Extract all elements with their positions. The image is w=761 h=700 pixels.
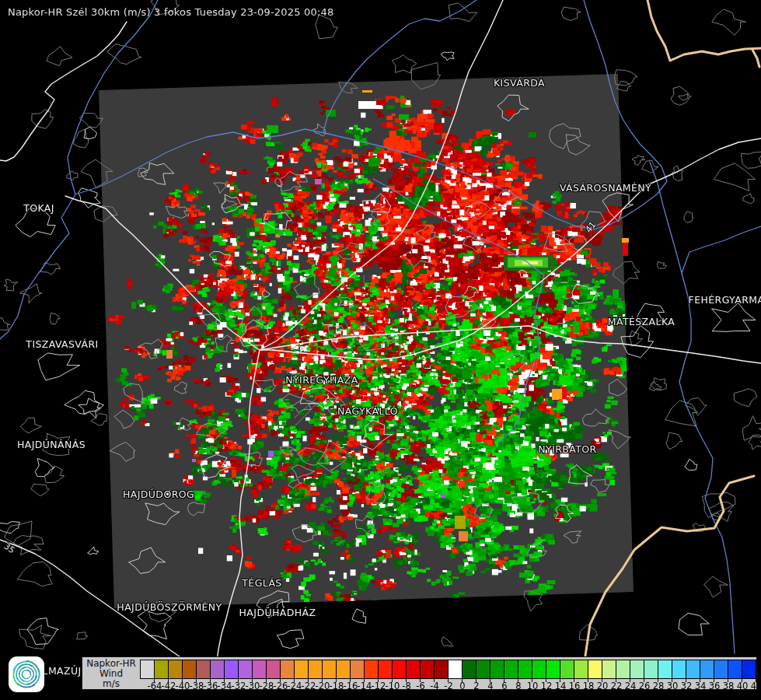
- legend-cell: -38: [182, 660, 196, 678]
- legend-cell: -12: [364, 660, 378, 678]
- legend-tick-label: -38: [190, 681, 204, 691]
- city-label-kisvarda: KISVÁRDA: [494, 77, 545, 89]
- legend-tick-label: 10: [527, 681, 539, 691]
- legend-tick-label: -12: [372, 681, 386, 691]
- legend-cell: -26: [266, 660, 280, 678]
- legend-tick-label: -64: [148, 681, 162, 691]
- legend-tick-label: 8: [515, 681, 521, 691]
- legend-cell: -2: [434, 660, 448, 678]
- city-label-nyiregyhaza: NYÍREGYHÁZA: [285, 374, 358, 386]
- city-label-tokaj: TOKAJ: [23, 202, 54, 214]
- legend-tick-label: -32: [232, 681, 246, 691]
- legend-cell: 40: [728, 660, 742, 678]
- legend-tick-label: -18: [330, 681, 344, 691]
- city-label-teglas: TÉGLÁS: [242, 577, 281, 589]
- radar-viewer: Napkor-HR Szél 30km (m/s) 3 fokos Tuesda…: [0, 0, 761, 700]
- legend-cell: -8: [392, 660, 406, 678]
- legend-tick-label: 12: [541, 681, 553, 691]
- legend-cell: 10: [518, 660, 532, 678]
- legend-cell: -14: [350, 660, 364, 678]
- legend-cell: -18: [322, 660, 336, 678]
- legend-cell: -40: [168, 660, 182, 678]
- legend-caption: Napkor-HR Wind m/s: [86, 659, 137, 689]
- legend-cell: 28: [644, 660, 658, 678]
- legend-cell: 32: [672, 660, 686, 678]
- legend-tick-label: -28: [260, 681, 274, 691]
- legend-tick-label: 40: [737, 681, 749, 691]
- legend-cell: 26: [630, 660, 644, 678]
- legend-tick-label: -30: [246, 681, 260, 691]
- legend-tick-label: -16: [344, 681, 358, 691]
- legend-tick-label: -8: [402, 681, 410, 691]
- legend-tick-label: 20: [597, 681, 609, 691]
- legend-tick-label: -42: [162, 681, 176, 691]
- legend-tick-label: -34: [218, 681, 232, 691]
- legend-tick-label: 0: [459, 681, 465, 691]
- legend-cell: 30: [658, 660, 672, 678]
- city-label-hajdudorog: HAJDÚDOROG: [123, 488, 194, 500]
- legend-tick-label: -14: [358, 681, 372, 691]
- legend-cell: -6: [406, 660, 420, 678]
- legend-cell: 20: [588, 660, 602, 678]
- legend-cell: 24: [616, 660, 630, 678]
- legend-cell: -20: [308, 660, 322, 678]
- legend-tick-label: -2: [444, 681, 452, 691]
- legend-cell: -28: [252, 660, 266, 678]
- city-label-fehergyarmat: FEHÉRGYARMAT: [689, 294, 761, 306]
- legend-tick-label: -22: [302, 681, 316, 691]
- legend-tick-label: 32: [681, 681, 693, 691]
- city-label-vasarosnameny: VÁSÁROSNAMÉNY: [560, 182, 651, 194]
- legend-tick-label: 18: [583, 681, 595, 691]
- legend-cell: 22: [602, 660, 616, 678]
- city-label-nagykallo: NAGYKÁLLÓ: [337, 405, 398, 417]
- city-label-hajduhadhaz: HAJDÚHADHÁZ: [239, 607, 316, 618]
- legend-panel: Napkor-HR Wind m/s -64-42-40-38-36-34-32…: [82, 656, 757, 690]
- legend-cell: -30: [238, 660, 252, 678]
- legend-tick-label: -10: [386, 681, 400, 691]
- legend-tick-label: 38: [723, 681, 735, 691]
- legend-tick-label: -20: [316, 681, 330, 691]
- map-canvas: [0, 0, 761, 700]
- legend-units: m/s: [86, 679, 137, 689]
- legend-cell: 36: [700, 660, 714, 678]
- city-label-hajdunanas: HAJDÚNÁNÁS: [17, 439, 86, 450]
- city-label-mateszalka: MÁTÉSZALKA: [608, 316, 675, 327]
- legend-cell: -34: [210, 660, 224, 678]
- legend-tick-label: -36: [204, 681, 218, 691]
- legend-tick-label: 22: [611, 681, 623, 691]
- legend-tick-label: 4: [487, 681, 493, 691]
- legend-tick-label: 6: [501, 681, 507, 691]
- legend-cell: 12: [532, 660, 546, 678]
- legend-cell: 6: [490, 660, 504, 678]
- legend-tick-label: -6: [416, 681, 424, 691]
- legend-tick-label: 30: [667, 681, 679, 691]
- legend-tick-label: 26: [639, 681, 651, 691]
- legend-cell: -42: [154, 660, 168, 678]
- legend-tick-label: 36: [709, 681, 721, 691]
- legend-cell: -24: [280, 660, 294, 678]
- legend-tick-label: 16: [569, 681, 581, 691]
- legend-tick-label: -4: [430, 681, 438, 691]
- logo-spiral-icon[interactable]: [8, 656, 45, 693]
- legend-cell: 14: [546, 660, 560, 678]
- product-title: Napkor-HR Szél 30km (m/s) 3 fokos Tuesda…: [8, 6, 334, 18]
- legend-tick-label: 14: [555, 681, 567, 691]
- legend-cell: -16: [336, 660, 350, 678]
- legend-tick-label: 28: [653, 681, 665, 691]
- legend-cell: -4: [420, 660, 434, 678]
- legend-tick-label: -24: [288, 681, 302, 691]
- legend-cell: 42: [742, 660, 756, 678]
- legend-cell: -10: [378, 660, 392, 678]
- legend-cell: 0: [448, 660, 462, 678]
- legend-cell: -64: [141, 660, 154, 678]
- legend-tick-label: 24: [625, 681, 637, 691]
- legend-tick-label: 2: [473, 681, 479, 691]
- legend-tick-label: -40: [176, 681, 190, 691]
- legend-cell: 2: [462, 660, 476, 678]
- legend-cell: 16: [560, 660, 574, 678]
- legend-cell: 38: [714, 660, 728, 678]
- legend-cell: 34: [686, 660, 700, 678]
- city-label-hajduboszormeny: HAJDÚBÖSZÖRMÉNY: [117, 601, 222, 613]
- legend-cell: 4: [476, 660, 490, 678]
- legend-cell: -22: [294, 660, 308, 678]
